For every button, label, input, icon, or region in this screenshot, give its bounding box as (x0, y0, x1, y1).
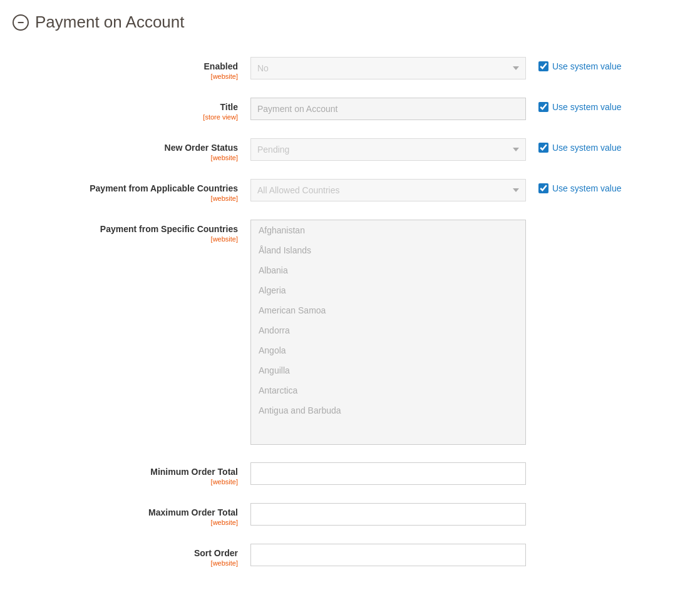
enabled-use-system-wrapper: Use system value (538, 61, 621, 71)
enabled-use-system-label[interactable]: Use system value (552, 61, 621, 71)
sort-order-input[interactable] (250, 544, 526, 566)
maximum-order-total-row: Maximum Order Total [website] (25, 503, 687, 526)
sort-order-control-col (250, 544, 526, 566)
maximum-order-total-control-col (250, 503, 526, 526)
applicable-countries-control-col: All Allowed Countries Specific Countries (250, 179, 526, 201)
list-item[interactable]: Algeria (251, 280, 525, 300)
enabled-use-system-checkbox[interactable] (538, 61, 548, 71)
new-order-status-select[interactable]: Pending Processing Complete (250, 138, 526, 161)
sort-order-label-col: Sort Order [website] (25, 544, 250, 567)
applicable-countries-label: Payment from Applicable Countries (25, 183, 238, 193)
list-item[interactable]: Antarctica (251, 380, 525, 400)
list-item[interactable]: American Samoa (251, 300, 525, 320)
applicable-countries-use-system-label[interactable]: Use system value (552, 183, 621, 193)
enabled-control-col: No Yes (250, 57, 526, 79)
new-order-status-use-system-wrapper: Use system value (538, 143, 621, 153)
title-control-col (250, 98, 526, 120)
enabled-label: Enabled (25, 61, 238, 71)
sort-order-label: Sort Order (25, 548, 238, 558)
title-label-col: Title [store view] (25, 98, 250, 121)
title-input[interactable] (250, 98, 526, 120)
minimum-order-total-label-col: Minimum Order Total [website] (25, 462, 250, 486)
list-item[interactable]: Andorra (251, 320, 525, 340)
minimum-order-total-input[interactable] (250, 462, 526, 485)
list-item[interactable]: Angola (251, 340, 525, 360)
applicable-countries-label-col: Payment from Applicable Countries [websi… (25, 179, 250, 202)
applicable-countries-use-system-wrapper: Use system value (538, 183, 621, 193)
minimum-order-total-control-col (250, 462, 526, 485)
specific-countries-label: Payment from Specific Countries (25, 224, 238, 234)
maximum-order-total-input[interactable] (250, 503, 526, 526)
maximum-order-total-label-col: Maximum Order Total [website] (25, 503, 250, 526)
title-row: Title [store view] Use system value (25, 98, 687, 121)
specific-countries-control-col: AfghanistanÅland IslandsAlbaniaAlgeriaAm… (250, 220, 526, 445)
specific-countries-listbox[interactable]: AfghanistanÅland IslandsAlbaniaAlgeriaAm… (250, 220, 526, 445)
sort-order-row: Sort Order [website] (25, 544, 687, 567)
maximum-order-total-label: Maximum Order Total (25, 507, 238, 517)
new-order-status-label-col: New Order Status [website] (25, 138, 250, 161)
payment-on-account-form: Enabled [website] No Yes Use system valu… (13, 57, 687, 567)
new-order-status-label: New Order Status (25, 143, 238, 153)
list-item[interactable]: Antigua and Barbuda (251, 400, 525, 420)
enabled-scope: [website] (25, 73, 238, 80)
new-order-status-use-system-label[interactable]: Use system value (552, 143, 621, 153)
new-order-status-row: New Order Status [website] Pending Proce… (25, 138, 687, 161)
list-item[interactable]: Åland Islands (251, 240, 525, 260)
title-use-system-checkbox[interactable] (538, 102, 548, 112)
title-actions: Use system value (526, 98, 621, 112)
minimum-order-total-scope: [website] (25, 478, 238, 486)
list-item[interactable]: Albania (251, 260, 525, 280)
title-label: Title (25, 102, 238, 112)
specific-countries-row: Payment from Specific Countries [website… (25, 220, 687, 445)
title-use-system-label[interactable]: Use system value (552, 102, 621, 112)
enabled-select[interactable]: No Yes (250, 57, 526, 79)
maximum-order-total-scope: [website] (25, 519, 238, 526)
minimum-order-total-label: Minimum Order Total (25, 467, 238, 477)
list-item[interactable]: Afghanistan (251, 220, 525, 240)
collapse-section-icon[interactable] (13, 14, 29, 31)
applicable-countries-select[interactable]: All Allowed Countries Specific Countries (250, 179, 526, 201)
new-order-status-actions: Use system value (526, 138, 621, 153)
sort-order-scope: [website] (25, 559, 238, 567)
new-order-status-scope: [website] (25, 154, 238, 161)
enabled-row: Enabled [website] No Yes Use system valu… (25, 57, 687, 80)
title-use-system-wrapper: Use system value (538, 102, 621, 112)
title-scope: [store view] (25, 113, 238, 121)
new-order-status-control-col: Pending Processing Complete (250, 138, 526, 161)
enabled-label-col: Enabled [website] (25, 57, 250, 80)
minimum-order-total-row: Minimum Order Total [website] (25, 462, 687, 486)
list-item[interactable]: Anguilla (251, 360, 525, 380)
specific-countries-label-col: Payment from Specific Countries [website… (25, 220, 250, 243)
applicable-countries-use-system-checkbox[interactable] (538, 183, 548, 193)
specific-countries-scope: [website] (25, 235, 238, 243)
enabled-actions: Use system value (526, 57, 621, 71)
applicable-countries-row: Payment from Applicable Countries [websi… (25, 179, 687, 202)
applicable-countries-scope: [website] (25, 195, 238, 202)
page-title: Payment on Account (35, 13, 184, 32)
new-order-status-use-system-checkbox[interactable] (538, 143, 548, 153)
applicable-countries-actions: Use system value (526, 179, 621, 193)
